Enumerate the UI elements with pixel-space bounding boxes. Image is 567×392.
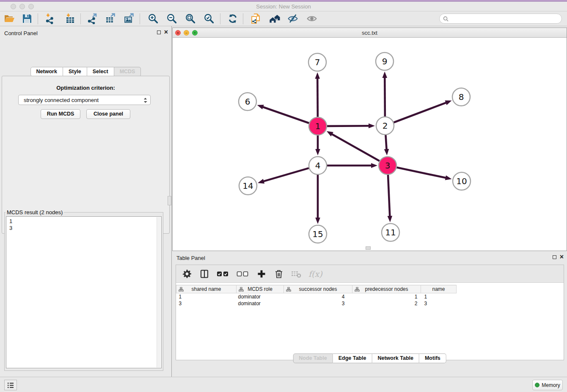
- table-cell[interactable]: 1: [176, 293, 237, 300]
- dropdown-stepper-icon: [143, 97, 147, 105]
- network-canvas[interactable]: 7968124314101511: [173, 38, 567, 251]
- node-11[interactable]: 11: [382, 224, 399, 241]
- network-view-window: × − + scc.txt 7968124314101511: [172, 28, 567, 251]
- table-cell[interactable]: 3: [421, 300, 457, 307]
- column-settings-icon[interactable]: [182, 268, 192, 279]
- column-header-name[interactable]: name: [421, 285, 457, 293]
- tab-edge-table[interactable]: Edge Table: [333, 353, 372, 363]
- zoom-selected-icon[interactable]: [204, 13, 215, 24]
- network-window-titlebar[interactable]: × − + scc.txt: [173, 28, 567, 38]
- export-network-icon[interactable]: [87, 13, 98, 24]
- zoom-in-icon[interactable]: [148, 13, 159, 24]
- panel-divider-handle[interactable]: [168, 196, 171, 205]
- node-8[interactable]: 8: [452, 88, 470, 106]
- search-icon: [443, 16, 449, 22]
- show-log-button[interactable]: [4, 380, 17, 390]
- arrowhead-1-2: [369, 123, 375, 128]
- node-14[interactable]: 14: [239, 177, 257, 195]
- table-cell[interactable]: dominator: [237, 300, 284, 307]
- search-box[interactable]: [439, 14, 562, 24]
- function-builder-icon[interactable]: f(x): [308, 268, 322, 279]
- node-4[interactable]: 4: [309, 157, 327, 174]
- delete-column-icon[interactable]: [274, 268, 284, 279]
- clone-network-icon[interactable]: [250, 13, 261, 24]
- table-row[interactable]: 1dominator411: [176, 293, 562, 300]
- node-3[interactable]: 3: [379, 157, 396, 174]
- tab-network-table[interactable]: Network Table: [372, 353, 419, 363]
- save-session-icon[interactable]: [22, 13, 33, 24]
- edge-2-8[interactable]: [394, 102, 447, 122]
- table-cell[interactable]: 1: [352, 293, 421, 300]
- float-table-panel-icon[interactable]: [553, 255, 556, 259]
- titlebar-accent: [0, 0, 567, 2]
- delete-table-icon[interactable]: [291, 268, 301, 279]
- edge-3-10[interactable]: [397, 168, 446, 178]
- network-resize-handle[interactable]: [366, 246, 371, 250]
- table-cell[interactable]: 3: [284, 300, 352, 307]
- node-2[interactable]: 2: [376, 117, 394, 135]
- result-scrollbar[interactable]: [157, 217, 161, 367]
- table-cell[interactable]: dominator: [237, 293, 284, 300]
- table-cell[interactable]: 3: [176, 300, 237, 307]
- zoom-fit-icon[interactable]: [185, 13, 196, 24]
- close-table-panel-icon[interactable]: ×: [560, 255, 564, 259]
- tab-style[interactable]: Style: [63, 67, 87, 77]
- zoom-out-icon[interactable]: [166, 13, 177, 24]
- tab-network[interactable]: Network: [30, 67, 63, 77]
- tab-mcds[interactable]: MCDS: [114, 67, 141, 77]
- column-header-shared-name[interactable]: shared name: [176, 285, 237, 293]
- optimization-criterion-select[interactable]: strongly connected component: [18, 95, 151, 105]
- edge-1-2[interactable]: [327, 126, 369, 126]
- edge-3-1[interactable]: [331, 134, 380, 161]
- deselect-all-icon[interactable]: [237, 268, 249, 279]
- memory-button[interactable]: Memory: [532, 380, 563, 390]
- column-header-MCDS-role[interactable]: MCDS role: [237, 285, 284, 293]
- close-panel-button[interactable]: Close panel: [86, 109, 130, 119]
- table-panel-title: Table Panel: [176, 255, 205, 261]
- open-session-icon[interactable]: [4, 13, 15, 24]
- edge-4-14[interactable]: [263, 168, 309, 182]
- float-panel-icon[interactable]: [157, 30, 161, 34]
- node-1[interactable]: 1: [309, 117, 327, 135]
- edge-2-9[interactable]: [385, 77, 385, 116]
- import-table-icon[interactable]: [65, 13, 76, 24]
- edge-1-6[interactable]: [262, 107, 309, 123]
- tab-node-table[interactable]: Node Table: [293, 353, 333, 363]
- node-15[interactable]: 15: [309, 225, 327, 243]
- svg-text:7: 7: [315, 57, 320, 67]
- mcds-result-text[interactable]: 1 3: [6, 216, 162, 368]
- apply-layout-icon[interactable]: [227, 13, 238, 24]
- export-table-icon[interactable]: [105, 13, 116, 24]
- run-mcds-button[interactable]: Run MCDS: [41, 109, 80, 119]
- select-all-icon[interactable]: [217, 268, 229, 279]
- edge-2-3[interactable]: [385, 135, 386, 150]
- split-table-icon[interactable]: [199, 268, 209, 279]
- table-cell[interactable]: 2: [352, 300, 421, 307]
- tab-select[interactable]: Select: [87, 67, 114, 77]
- toolbar-separator: [80, 14, 81, 24]
- column-header-successor-nodes[interactable]: successor nodes: [284, 285, 352, 293]
- control-panel-title: Control Panel: [4, 30, 38, 36]
- table-cell[interactable]: 1: [421, 293, 457, 300]
- arrowhead-1-6: [257, 105, 264, 109]
- show-all-icon[interactable]: [306, 13, 317, 24]
- tab-motifs[interactable]: Motifs: [419, 353, 446, 363]
- first-neighbors-icon[interactable]: [269, 13, 280, 24]
- import-network-icon[interactable]: [44, 13, 55, 24]
- edge-3-11[interactable]: [388, 175, 390, 217]
- search-input[interactable]: [451, 16, 561, 22]
- table-toolbar: f(x): [176, 265, 564, 283]
- column-header-predecessor-nodes[interactable]: predecessor nodes: [352, 285, 421, 293]
- edge-1-7[interactable]: [317, 78, 318, 117]
- node-6[interactable]: 6: [239, 93, 256, 110]
- close-panel-icon[interactable]: ×: [164, 30, 168, 34]
- export-image-icon[interactable]: [124, 13, 135, 24]
- node-10[interactable]: 10: [453, 172, 471, 190]
- hide-selected-icon[interactable]: [287, 13, 298, 24]
- node-7[interactable]: 7: [308, 53, 326, 71]
- table-row[interactable]: 3dominator323: [176, 300, 562, 307]
- node-9[interactable]: 9: [376, 52, 394, 70]
- table-cell[interactable]: 4: [284, 293, 352, 300]
- add-column-icon[interactable]: [256, 268, 267, 279]
- svg-text:9: 9: [382, 56, 388, 66]
